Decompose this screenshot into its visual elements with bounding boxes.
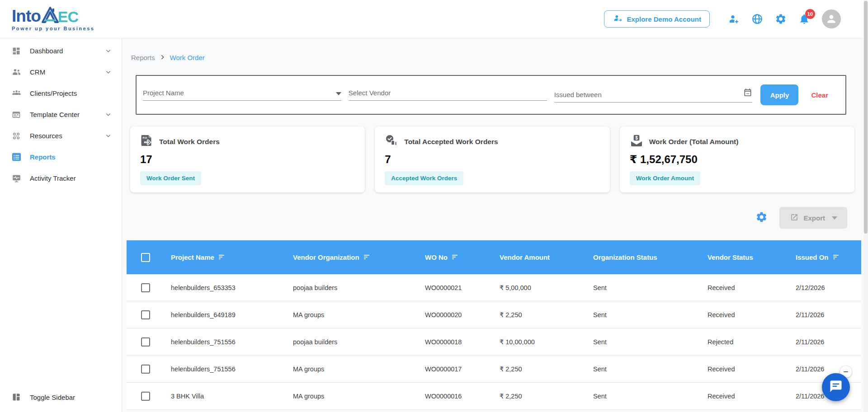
calendar-icon[interactable] (743, 88, 752, 98)
select-all-checkbox[interactable] (141, 253, 150, 262)
brand-logo[interactable]: Into EC Power up your Business (12, 7, 94, 31)
row-checkbox[interactable] (141, 310, 150, 319)
cell-issued-on: 2/12/2026 (796, 284, 861, 291)
row-checkbox[interactable] (141, 365, 150, 374)
filter-icon[interactable] (364, 253, 370, 261)
export-label: Export (803, 214, 825, 222)
filter-icon[interactable] (833, 253, 840, 261)
table-row[interactable]: helenbuilders_649189 MA groups WO0000020… (127, 301, 861, 328)
cell-org-status: Sent (593, 365, 708, 373)
cell-wo-no: WO0000016 (425, 393, 500, 400)
minus-icon (844, 371, 848, 373)
top-header: Into EC Power up your Business Explore D… (0, 0, 868, 38)
dashboard-icon (11, 47, 22, 56)
column-header-vendor-status[interactable]: Vendor Status (708, 253, 796, 261)
stat-card-title: Total Accepted Work Orders (404, 138, 498, 146)
clear-button[interactable]: Clear (811, 91, 828, 99)
reports-icon (11, 153, 22, 161)
scrollbar-thumb[interactable] (864, 1, 868, 234)
column-settings-gear-icon[interactable] (755, 211, 768, 225)
apply-button[interactable]: Apply (760, 84, 798, 105)
notification-count-badge: 10 (805, 9, 815, 19)
stat-card-badge: Work Order Sent (140, 171, 201, 185)
stat-card-total-amount: $ Work Order (Total Amount) ₹ 1,52,67,75… (620, 126, 854, 192)
cell-vendor-status: Received (708, 284, 796, 291)
brand-tagline: Power up your Business (12, 26, 94, 31)
cell-project-name: helenbuilders_649189 (171, 311, 293, 318)
breadcrumb-current[interactable]: Work Order (170, 54, 205, 61)
cell-org-status: Sent (593, 338, 708, 346)
chevron-down-icon (105, 69, 112, 75)
stat-card-value: 7 (385, 153, 599, 166)
project-name-placeholder: Project Name (143, 89, 184, 97)
cell-issued-on: 2/11/2026 (796, 338, 861, 346)
issued-between-placeholder: Issued between (554, 91, 602, 98)
chat-launcher-button[interactable] (822, 373, 850, 401)
column-label: Project Name (171, 253, 214, 261)
cell-org-status: Sent (593, 284, 708, 291)
stat-card-title: Work Order (Total Amount) (649, 138, 739, 146)
breadcrumb-parent[interactable]: Reports (131, 54, 155, 61)
column-header-project-name[interactable]: Project Name (171, 253, 293, 261)
table-row[interactable]: helenbuilders_751556 poojaa builders WO0… (127, 328, 861, 356)
column-header-vendor-organization[interactable]: Vendor Organization (293, 253, 425, 261)
sidebar-item-activity-tracker[interactable]: Activity Tracker (0, 168, 122, 189)
row-checkbox[interactable] (141, 392, 150, 401)
cell-vendor-amount: ₹ 2,250 (500, 365, 593, 373)
cell-vendor-amount: ₹ 5,00,000 (500, 284, 593, 291)
filter-icon[interactable] (219, 253, 225, 261)
work-order-document-icon: P.O (140, 134, 153, 150)
cell-wo-no: WO0000017 (425, 365, 500, 373)
notification-bell-icon[interactable]: 10 (798, 13, 810, 25)
sidebar-item-crm[interactable]: CRM (0, 61, 122, 83)
cell-vendor-status: Received (708, 393, 796, 400)
cell-org-status: Sent (593, 393, 708, 400)
cell-vendor-status: Rejected (708, 338, 796, 346)
svg-text:$: $ (635, 136, 638, 140)
row-checkbox[interactable] (141, 283, 150, 292)
brand-text-into: Into (12, 8, 41, 24)
select-vendor-input[interactable]: Select Vendor (349, 89, 547, 101)
add-user-icon[interactable] (728, 13, 740, 25)
cell-issued-on: 2/11/2026 (796, 311, 861, 318)
gear-icon[interactable] (775, 13, 787, 25)
filter-icon[interactable] (452, 253, 458, 261)
sidebar-item-label: Resources (30, 132, 105, 140)
column-header-organization-status[interactable]: Organization Status (593, 253, 708, 261)
toggle-sidebar-button[interactable]: Toggle Sidebar (0, 387, 122, 407)
cell-project-name: helenbuilders_751556 (171, 365, 293, 373)
crm-icon (11, 67, 22, 77)
sidebar: Dashboard CRM Clients/Projects (0, 38, 122, 412)
stat-cards: P.O Total Work Orders 17 Work Order Sent… (130, 126, 854, 192)
column-header-vendor-amount[interactable]: Vendor Amount (500, 253, 593, 261)
cell-vendor-org: MA groups (293, 311, 425, 318)
column-label: Vendor Amount (500, 253, 550, 261)
sidebar-item-dashboard[interactable]: Dashboard (0, 40, 122, 61)
sidebar-item-clients-projects[interactable]: Clients/Projects (0, 83, 122, 104)
column-header-wo-no[interactable]: WO No (425, 253, 500, 261)
globe-icon[interactable] (751, 13, 763, 25)
activity-tracker-icon (11, 174, 22, 183)
filter-bar: Project Name Select Vendor Issued betwee… (136, 75, 846, 115)
cell-project-name: helenbuilders_653353 (171, 284, 293, 291)
table-row[interactable]: 3 BHK Villa MA groups WO0000016 ₹ 2,250 … (127, 383, 861, 410)
sidebar-item-label: CRM (30, 68, 105, 76)
project-name-select[interactable]: Project Name (143, 89, 341, 101)
column-label: Organization Status (593, 253, 657, 261)
row-checkbox[interactable] (141, 337, 150, 346)
cell-vendor-amount: ₹ 2,250 (500, 393, 593, 400)
issued-between-input[interactable]: Issued between (554, 88, 753, 103)
column-header-issued-on[interactable]: Issued On (796, 253, 861, 261)
sidebar-item-label: Template Center (30, 111, 105, 118)
chevron-right-icon (160, 54, 165, 61)
explore-demo-account-button[interactable]: Explore Demo Account (604, 10, 710, 28)
demo-user-icon (613, 14, 623, 24)
export-button[interactable]: Export (779, 207, 847, 229)
sidebar-item-template-center[interactable]: Template Center (0, 104, 122, 125)
select-caret-icon (336, 92, 341, 95)
user-avatar[interactable] (822, 9, 841, 28)
sidebar-item-resources[interactable]: Resources (0, 125, 122, 146)
table-row[interactable]: helenbuilders_751556 MA groups WO0000017… (127, 356, 861, 383)
sidebar-item-reports[interactable]: Reports (0, 146, 122, 168)
table-row[interactable]: helenbuilders_653353 poojaa builders WO0… (127, 274, 861, 301)
